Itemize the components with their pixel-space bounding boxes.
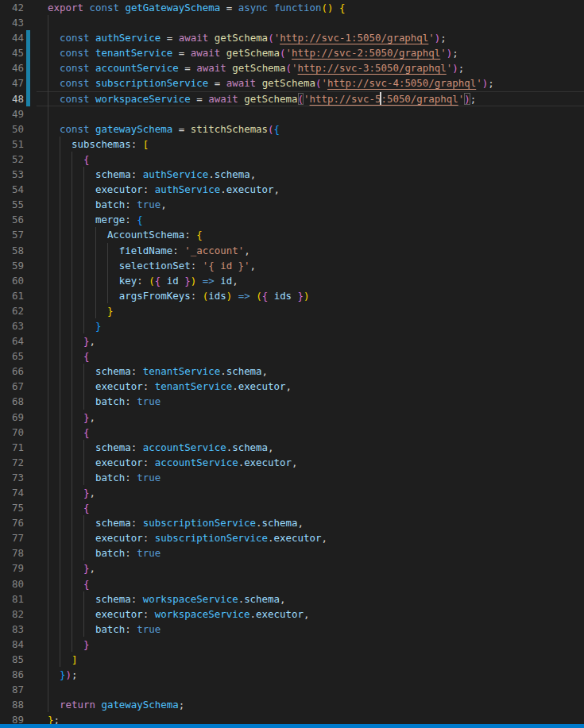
line-number[interactable]: 83 — [0, 622, 37, 637]
line-number[interactable]: 55 — [0, 197, 37, 212]
line-number[interactable]: 78 — [0, 545, 37, 560]
code-line[interactable]: 43 — [0, 15, 584, 30]
code-line[interactable]: 60key: ({ id }) => id, — [0, 273, 584, 288]
code-line[interactable]: 56merge: { — [0, 212, 584, 227]
code-line[interactable]: 65{ — [0, 349, 584, 364]
code-line[interactable]: 86}); — [0, 667, 584, 682]
code-line[interactable]: 81schema: workspaceService.schema, — [0, 591, 584, 607]
code-line[interactable]: 70{ — [0, 425, 584, 440]
code-line[interactable]: 71schema: accountService.schema, — [0, 440, 584, 455]
code-line[interactable]: 79}, — [0, 560, 584, 576]
line-number[interactable]: 76 — [0, 515, 37, 530]
code-line[interactable]: 73batch: true — [0, 470, 584, 485]
line-number[interactable]: 70 — [0, 425, 37, 440]
line-number[interactable]: 73 — [0, 470, 37, 485]
code-line[interactable]: 78batch: true — [0, 545, 584, 560]
code-line[interactable]: 88return gatewaySchema; — [0, 697, 584, 712]
code-token: id — [220, 275, 232, 287]
line-number[interactable]: 53 — [0, 167, 37, 182]
line-number[interactable]: 43 — [0, 15, 37, 30]
line-number[interactable]: 49 — [0, 106, 37, 121]
code-token: = — [220, 2, 238, 13]
code-line[interactable]: 44const authService = await getSchema('h… — [0, 30, 584, 45]
code-line[interactable]: 50const gatewaySchema = stitchSchemas({ — [0, 121, 584, 137]
code-line[interactable]: 57AccountSchema: { — [0, 227, 584, 242]
code-line[interactable]: 80{ — [0, 576, 584, 591]
line-number[interactable]: 74 — [0, 485, 37, 500]
code-line[interactable]: 47const subscriptionService = await getS… — [0, 75, 584, 91]
code-line[interactable]: 46const accountService = await getSchema… — [0, 60, 584, 75]
code-line[interactable]: 67executor: tenantService.executor, — [0, 379, 584, 394]
code-line[interactable]: 62} — [0, 303, 584, 318]
line-number[interactable]: 88 — [0, 697, 37, 712]
code-line[interactable]: 59selectionSet: '{ id }', — [0, 258, 584, 273]
code-token: schema — [244, 593, 280, 605]
line-number[interactable]: 66 — [0, 364, 37, 379]
line-number[interactable]: 62 — [0, 303, 37, 318]
line-number[interactable]: 69 — [0, 410, 37, 425]
line-number[interactable]: 47 — [0, 75, 37, 91]
line-number[interactable]: 44 — [0, 30, 37, 45]
line-number[interactable]: 60 — [0, 273, 37, 288]
line-number[interactable]: 82 — [0, 607, 37, 622]
line-number[interactable]: 57 — [0, 227, 37, 242]
code-line[interactable]: 54executor: authService.executor, — [0, 182, 584, 197]
line-number[interactable]: 63 — [0, 318, 37, 333]
line-number[interactable]: 85 — [0, 652, 37, 667]
line-number[interactable]: 84 — [0, 637, 37, 652]
code-line-content: } — [37, 318, 584, 333]
code-line[interactable]: 45const tenantService = await getSchema(… — [0, 45, 584, 60]
code-line[interactable]: 61argsFromKeys: (ids) => ({ ids }) — [0, 288, 584, 303]
code-line[interactable]: 72executor: accountService.executor, — [0, 455, 584, 470]
line-number[interactable]: 52 — [0, 152, 37, 167]
line-number[interactable]: 65 — [0, 349, 37, 364]
line-number[interactable]: 51 — [0, 137, 37, 152]
code-line[interactable]: 58fieldName: '_account', — [0, 243, 584, 258]
code-line[interactable]: 42export const getGatewaySchema = async … — [0, 0, 584, 15]
line-number[interactable]: 81 — [0, 591, 37, 607]
code-line[interactable]: 84} — [0, 637, 584, 652]
line-number[interactable]: 64 — [0, 333, 37, 349]
code-line[interactable]: 66schema: tenantService.schema, — [0, 364, 584, 379]
code-line[interactable]: 64}, — [0, 333, 584, 349]
line-number[interactable]: 50 — [0, 121, 37, 137]
code-line[interactable]: 49 — [0, 106, 584, 121]
line-number[interactable]: 87 — [0, 682, 37, 697]
code-line[interactable]: 82executor: workspaceService.executor, — [0, 607, 584, 622]
line-number[interactable]: 80 — [0, 576, 37, 591]
line-number[interactable]: 42 — [0, 0, 37, 15]
line-number[interactable]: 79 — [0, 560, 37, 576]
code-line[interactable]: 74}, — [0, 485, 584, 500]
code-line[interactable]: 55batch: true, — [0, 197, 584, 212]
line-number[interactable]: 67 — [0, 379, 37, 394]
line-number[interactable]: 56 — [0, 212, 37, 227]
line-number[interactable]: 68 — [0, 394, 37, 409]
line-number[interactable]: 59 — [0, 258, 37, 273]
code-line[interactable]: 83batch: true — [0, 622, 584, 637]
code-line[interactable]: 77executor: subscriptionService.executor… — [0, 530, 584, 545]
line-number[interactable]: 77 — [0, 530, 37, 545]
line-number[interactable]: 46 — [0, 60, 37, 75]
line-number[interactable]: 86 — [0, 667, 37, 682]
line-number[interactable]: 61 — [0, 288, 37, 303]
code-line[interactable]: 52{ — [0, 152, 584, 167]
line-number[interactable]: 48 — [0, 91, 37, 106]
line-number[interactable]: 58 — [0, 243, 37, 258]
code-line[interactable]: 75{ — [0, 500, 584, 515]
code-line[interactable]: 53schema: authService.schema, — [0, 167, 584, 182]
code-line[interactable]: 85] — [0, 652, 584, 667]
code-line[interactable]: 69}, — [0, 410, 584, 425]
line-number[interactable]: 75 — [0, 500, 37, 515]
code-line[interactable]: 68batch: true — [0, 394, 584, 409]
line-number[interactable]: 45 — [0, 45, 37, 60]
code-line[interactable]: 48const workspaceService = await getSche… — [0, 91, 584, 106]
code-line[interactable]: 51subschemas: [ — [0, 137, 584, 152]
code-line[interactable]: 76schema: subscriptionService.schema, — [0, 515, 584, 530]
line-number[interactable]: 71 — [0, 440, 37, 455]
code-line-content — [37, 15, 584, 30]
code-token: ' — [440, 47, 447, 59]
code-line[interactable]: 63} — [0, 318, 584, 333]
line-number[interactable]: 72 — [0, 455, 37, 470]
line-number[interactable]: 54 — [0, 182, 37, 197]
code-line[interactable]: 87 — [0, 682, 584, 697]
